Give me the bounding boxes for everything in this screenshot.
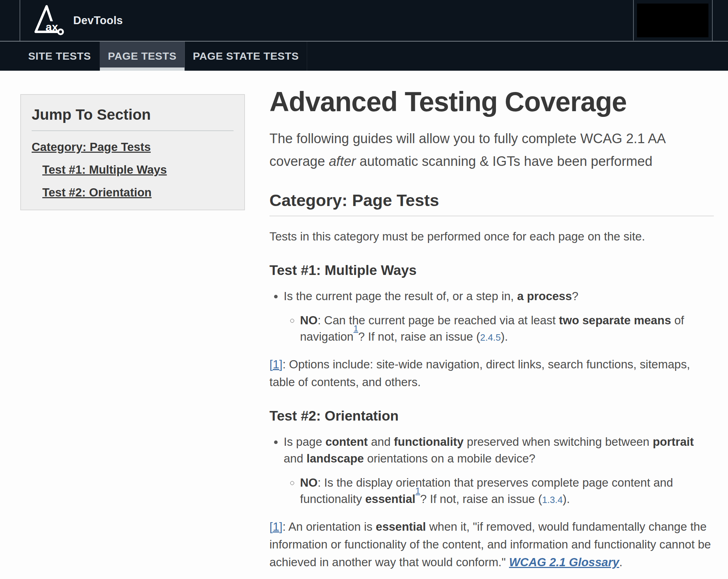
jump-panel-title: Jump To Section <box>32 106 234 123</box>
success-criterion-link[interactable]: 2.4.5 <box>480 332 501 343</box>
footnote-sup-link[interactable]: 1 <box>416 486 420 496</box>
brand-title: DevTools <box>73 0 123 41</box>
bold-text: portrait <box>653 435 694 448</box>
footnote-link[interactable]: 1 <box>273 520 279 533</box>
test2-followup-list: NO: Is the display orientation that pres… <box>284 475 714 508</box>
text-segment: ? <box>572 290 578 303</box>
text-segment: orientations on a mobile device? <box>364 452 535 465</box>
test1-heading: Test #1: Multiple Ways <box>269 262 714 278</box>
redacted-area <box>637 4 708 37</box>
test2-followup-item: NO: Is the display orientation that pres… <box>300 475 714 508</box>
bold-text: essential <box>365 492 415 505</box>
bold-text: landscape <box>306 452 364 465</box>
test2-heading: Test #2: Orientation <box>269 407 714 424</box>
test1-followup-item: NO: Can the current page be reached via … <box>300 312 714 346</box>
text-segment: and <box>284 452 306 465</box>
text-segment: . <box>619 556 622 569</box>
tab-site-tests[interactable]: SITE TESTS <box>20 42 100 71</box>
header-divider-mid <box>633 0 634 40</box>
header-divider-right <box>712 0 713 46</box>
tab-page-tests[interactable]: PAGE TESTS <box>100 42 185 71</box>
svg-text:ax: ax <box>46 21 58 33</box>
text-segment: preserved when switching between <box>464 435 653 448</box>
app-screen: ax DevTools SITE TESTS PAGE TESTS PAGE S… <box>0 0 728 579</box>
italic-text: after <box>329 154 356 169</box>
jump-link-category-page-tests[interactable]: Category: Page Tests <box>32 140 234 154</box>
text-segment: ? If not, raise an issue ( <box>358 330 480 343</box>
main-content: Advanced Testing Coverage The following … <box>269 71 714 571</box>
text-segment: : Options include: site-wide navigation,… <box>269 358 690 389</box>
text-segment: ? If not, raise an issue ( <box>420 492 542 505</box>
jump-link-test1-multiple-ways[interactable]: Test #1: Multiple Ways <box>42 163 234 177</box>
test2-question-item: Is page content and functionality preser… <box>284 433 714 508</box>
bold-text: NO <box>300 314 318 327</box>
axe-logo-icon: ax <box>31 3 65 39</box>
bold-text: a process <box>517 290 572 303</box>
text-segment: automatic scanning & IGTs have been perf… <box>356 154 652 169</box>
bold-text: functionality <box>394 435 464 448</box>
masthead: ax DevTools <box>0 0 728 41</box>
footnote-link[interactable]: ] <box>279 358 283 371</box>
bold-text: two separate means <box>559 314 671 327</box>
jump-links: Category: Page Tests Test #1: Multiple W… <box>32 140 234 199</box>
test1-question-text: Is the current page the result of, or a … <box>284 290 578 303</box>
tab-page-state-tests[interactable]: PAGE STATE TESTS <box>185 42 307 71</box>
footnote-link[interactable]: ] <box>279 520 283 533</box>
page-title: Advanced Testing Coverage <box>269 87 714 117</box>
jump-panel-divider <box>32 130 234 131</box>
jump-to-section-panel: Jump To Section Category: Page Tests Tes… <box>20 94 245 210</box>
text-segment: and <box>368 435 394 448</box>
test1-question-list: Is the current page the result of, or a … <box>269 288 714 346</box>
test2-question-text: Is page content and functionality preser… <box>284 435 694 465</box>
intro-paragraph: The following guides will allow you to f… <box>269 127 714 173</box>
success-criterion-link[interactable]: 1.3.4 <box>542 494 563 505</box>
test1-followup-list: NO: Can the current page be reached via … <box>284 312 714 346</box>
category-note: Tests in this category must be performed… <box>269 228 714 245</box>
test2-footnote: [1]: An orientation is essential when it… <box>269 518 714 571</box>
main-tabbar: SITE TESTS PAGE TESTS PAGE STATE TESTS <box>0 41 728 71</box>
text-segment: Is page <box>284 435 325 448</box>
bold-text: essential <box>376 520 426 533</box>
text-segment: : An orientation is <box>283 520 376 533</box>
bold-text: NO <box>300 476 318 489</box>
text-segment: ). <box>563 492 570 505</box>
footnote-sup-link[interactable]: 1 <box>353 324 358 333</box>
jump-link-test2-orientation[interactable]: Test #2: Orientation <box>42 186 234 199</box>
bold-text: content <box>325 435 368 448</box>
test2-question-list: Is page content and functionality preser… <box>269 433 714 508</box>
footnote-link[interactable]: [ <box>269 358 273 371</box>
category-heading-divider <box>269 216 714 216</box>
test1-question-item: Is the current page the result of, or a … <box>284 288 714 346</box>
text-segment: Is the current page the result of, or a … <box>284 290 517 303</box>
text-segment: ). <box>501 330 508 343</box>
footnote-link[interactable]: [ <box>269 520 273 533</box>
category-heading: Category: Page Tests <box>269 190 714 210</box>
footnote-link[interactable]: 1 <box>273 358 279 371</box>
test1-footnote: [1]: Options include: site-wide navigati… <box>269 356 714 391</box>
glossary-link[interactable]: WCAG 2.1 Glossary <box>509 556 619 569</box>
